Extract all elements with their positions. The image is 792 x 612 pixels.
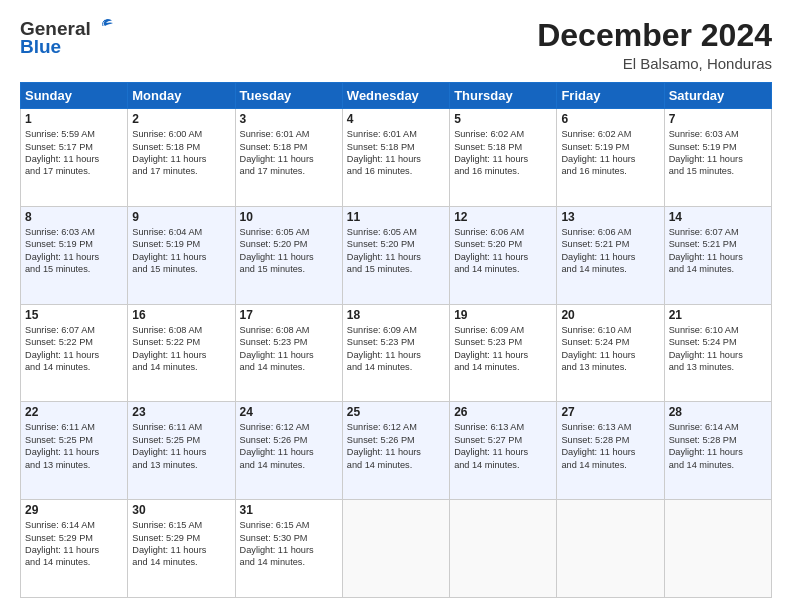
day-number: 9 [132, 210, 230, 224]
cell-info: Sunrise: 6:14 AM Sunset: 5:29 PM Dayligh… [25, 519, 123, 569]
cell-info: Sunrise: 6:03 AM Sunset: 5:19 PM Dayligh… [25, 226, 123, 276]
cell-info: Sunrise: 6:07 AM Sunset: 5:21 PM Dayligh… [669, 226, 767, 276]
calendar-cell: 29Sunrise: 6:14 AM Sunset: 5:29 PM Dayli… [21, 500, 128, 598]
calendar-cell: 23Sunrise: 6:11 AM Sunset: 5:25 PM Dayli… [128, 402, 235, 500]
day-number: 18 [347, 308, 445, 322]
cell-info: Sunrise: 6:01 AM Sunset: 5:18 PM Dayligh… [240, 128, 338, 178]
day-number: 31 [240, 503, 338, 517]
day-number: 21 [669, 308, 767, 322]
page: General Blue December 2024 El Balsamo, H… [0, 0, 792, 612]
col-header-sunday: Sunday [21, 83, 128, 109]
calendar-cell: 9Sunrise: 6:04 AM Sunset: 5:19 PM Daylig… [128, 206, 235, 304]
cell-info: Sunrise: 6:06 AM Sunset: 5:21 PM Dayligh… [561, 226, 659, 276]
day-number: 24 [240, 405, 338, 419]
cell-info: Sunrise: 6:15 AM Sunset: 5:30 PM Dayligh… [240, 519, 338, 569]
cell-info: Sunrise: 6:06 AM Sunset: 5:20 PM Dayligh… [454, 226, 552, 276]
calendar-cell: 26Sunrise: 6:13 AM Sunset: 5:27 PM Dayli… [450, 402, 557, 500]
day-number: 22 [25, 405, 123, 419]
cell-info: Sunrise: 6:08 AM Sunset: 5:23 PM Dayligh… [240, 324, 338, 374]
day-number: 27 [561, 405, 659, 419]
day-number: 11 [347, 210, 445, 224]
day-number: 2 [132, 112, 230, 126]
cell-info: Sunrise: 6:02 AM Sunset: 5:18 PM Dayligh… [454, 128, 552, 178]
day-number: 1 [25, 112, 123, 126]
cell-info: Sunrise: 6:00 AM Sunset: 5:18 PM Dayligh… [132, 128, 230, 178]
calendar-cell: 15Sunrise: 6:07 AM Sunset: 5:22 PM Dayli… [21, 304, 128, 402]
calendar-cell: 25Sunrise: 6:12 AM Sunset: 5:26 PM Dayli… [342, 402, 449, 500]
subtitle: El Balsamo, Honduras [537, 55, 772, 72]
calendar-cell: 11Sunrise: 6:05 AM Sunset: 5:20 PM Dayli… [342, 206, 449, 304]
calendar-cell: 4Sunrise: 6:01 AM Sunset: 5:18 PM Daylig… [342, 109, 449, 207]
cell-info: Sunrise: 6:11 AM Sunset: 5:25 PM Dayligh… [25, 421, 123, 471]
col-header-tuesday: Tuesday [235, 83, 342, 109]
calendar-cell: 8Sunrise: 6:03 AM Sunset: 5:19 PM Daylig… [21, 206, 128, 304]
day-number: 6 [561, 112, 659, 126]
calendar-cell: 5Sunrise: 6:02 AM Sunset: 5:18 PM Daylig… [450, 109, 557, 207]
logo-bird-icon [93, 16, 115, 38]
day-number: 3 [240, 112, 338, 126]
day-number: 12 [454, 210, 552, 224]
cell-info: Sunrise: 5:59 AM Sunset: 5:17 PM Dayligh… [25, 128, 123, 178]
calendar-cell: 10Sunrise: 6:05 AM Sunset: 5:20 PM Dayli… [235, 206, 342, 304]
calendar-cell: 24Sunrise: 6:12 AM Sunset: 5:26 PM Dayli… [235, 402, 342, 500]
cell-info: Sunrise: 6:13 AM Sunset: 5:28 PM Dayligh… [561, 421, 659, 471]
col-header-monday: Monday [128, 83, 235, 109]
calendar-cell: 19Sunrise: 6:09 AM Sunset: 5:23 PM Dayli… [450, 304, 557, 402]
day-number: 23 [132, 405, 230, 419]
day-number: 16 [132, 308, 230, 322]
calendar-cell: 17Sunrise: 6:08 AM Sunset: 5:23 PM Dayli… [235, 304, 342, 402]
calendar-cell: 6Sunrise: 6:02 AM Sunset: 5:19 PM Daylig… [557, 109, 664, 207]
calendar-cell: 30Sunrise: 6:15 AM Sunset: 5:29 PM Dayli… [128, 500, 235, 598]
calendar-cell: 2Sunrise: 6:00 AM Sunset: 5:18 PM Daylig… [128, 109, 235, 207]
day-number: 14 [669, 210, 767, 224]
calendar-cell: 20Sunrise: 6:10 AM Sunset: 5:24 PM Dayli… [557, 304, 664, 402]
day-number: 5 [454, 112, 552, 126]
day-number: 26 [454, 405, 552, 419]
cell-info: Sunrise: 6:09 AM Sunset: 5:23 PM Dayligh… [454, 324, 552, 374]
cell-info: Sunrise: 6:04 AM Sunset: 5:19 PM Dayligh… [132, 226, 230, 276]
day-number: 4 [347, 112, 445, 126]
day-number: 29 [25, 503, 123, 517]
cell-info: Sunrise: 6:05 AM Sunset: 5:20 PM Dayligh… [240, 226, 338, 276]
cell-info: Sunrise: 6:02 AM Sunset: 5:19 PM Dayligh… [561, 128, 659, 178]
calendar-cell: 13Sunrise: 6:06 AM Sunset: 5:21 PM Dayli… [557, 206, 664, 304]
logo: General Blue [20, 18, 115, 58]
cell-info: Sunrise: 6:09 AM Sunset: 5:23 PM Dayligh… [347, 324, 445, 374]
cell-info: Sunrise: 6:12 AM Sunset: 5:26 PM Dayligh… [240, 421, 338, 471]
calendar-cell: 28Sunrise: 6:14 AM Sunset: 5:28 PM Dayli… [664, 402, 771, 500]
calendar-cell: 1Sunrise: 5:59 AM Sunset: 5:17 PM Daylig… [21, 109, 128, 207]
calendar-cell: 7Sunrise: 6:03 AM Sunset: 5:19 PM Daylig… [664, 109, 771, 207]
day-number: 20 [561, 308, 659, 322]
day-number: 7 [669, 112, 767, 126]
day-number: 25 [347, 405, 445, 419]
cell-info: Sunrise: 6:10 AM Sunset: 5:24 PM Dayligh… [561, 324, 659, 374]
day-number: 10 [240, 210, 338, 224]
calendar-cell: 12Sunrise: 6:06 AM Sunset: 5:20 PM Dayli… [450, 206, 557, 304]
calendar-cell: 14Sunrise: 6:07 AM Sunset: 5:21 PM Dayli… [664, 206, 771, 304]
day-number: 19 [454, 308, 552, 322]
calendar-cell: 27Sunrise: 6:13 AM Sunset: 5:28 PM Dayli… [557, 402, 664, 500]
calendar-cell: 3Sunrise: 6:01 AM Sunset: 5:18 PM Daylig… [235, 109, 342, 207]
calendar-cell: 22Sunrise: 6:11 AM Sunset: 5:25 PM Dayli… [21, 402, 128, 500]
col-header-friday: Friday [557, 83, 664, 109]
col-header-saturday: Saturday [664, 83, 771, 109]
cell-info: Sunrise: 6:07 AM Sunset: 5:22 PM Dayligh… [25, 324, 123, 374]
calendar-table: SundayMondayTuesdayWednesdayThursdayFrid… [20, 82, 772, 598]
calendar-cell: 18Sunrise: 6:09 AM Sunset: 5:23 PM Dayli… [342, 304, 449, 402]
logo-blue-text: Blue [20, 36, 61, 58]
cell-info: Sunrise: 6:11 AM Sunset: 5:25 PM Dayligh… [132, 421, 230, 471]
calendar-cell [450, 500, 557, 598]
day-number: 17 [240, 308, 338, 322]
cell-info: Sunrise: 6:10 AM Sunset: 5:24 PM Dayligh… [669, 324, 767, 374]
calendar-cell: 16Sunrise: 6:08 AM Sunset: 5:22 PM Dayli… [128, 304, 235, 402]
cell-info: Sunrise: 6:08 AM Sunset: 5:22 PM Dayligh… [132, 324, 230, 374]
day-number: 30 [132, 503, 230, 517]
cell-info: Sunrise: 6:12 AM Sunset: 5:26 PM Dayligh… [347, 421, 445, 471]
cell-info: Sunrise: 6:05 AM Sunset: 5:20 PM Dayligh… [347, 226, 445, 276]
header: General Blue December 2024 El Balsamo, H… [20, 18, 772, 72]
col-header-wednesday: Wednesday [342, 83, 449, 109]
cell-info: Sunrise: 6:15 AM Sunset: 5:29 PM Dayligh… [132, 519, 230, 569]
day-number: 13 [561, 210, 659, 224]
day-number: 28 [669, 405, 767, 419]
col-header-thursday: Thursday [450, 83, 557, 109]
